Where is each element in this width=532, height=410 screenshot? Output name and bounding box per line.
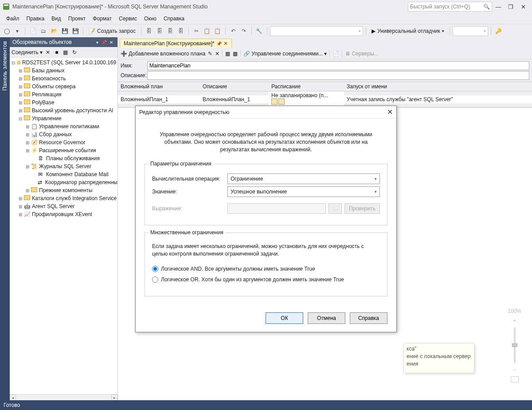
value-select[interactable]: Успешное выполнение▾ — [227, 186, 380, 197]
menu-edit[interactable]: Правка — [23, 14, 48, 23]
document-tab[interactable]: MaintenancePlan [Конструирование]* 📌 ✕ — [120, 39, 232, 48]
scroll-left-icon[interactable]: ◂ — [10, 394, 16, 401]
new-query-button[interactable]: 📝 Создать запрос — [86, 27, 138, 35]
tree-node[interactable]: ⊞PolyBase — [10, 99, 117, 106]
open-button[interactable]: 📂 — [49, 26, 59, 36]
tree-node[interactable]: ⊞🧭Resource Governor — [10, 138, 117, 146]
paste-button[interactable]: 📋 — [213, 26, 223, 36]
dialog-close-icon[interactable]: ✕ — [387, 108, 393, 116]
menu-project[interactable]: Проект — [65, 14, 90, 23]
tree-node[interactable]: ✉Компонент Database Mail — [10, 170, 117, 178]
logical-and-radio[interactable]: Логическое AND. Все аргументы должны име… — [152, 266, 380, 272]
zoom-slider[interactable] — [514, 327, 516, 363]
tb-icon-2[interactable]: 🗄 — [155, 26, 164, 36]
maintenance-icon: 🗓 — [38, 155, 45, 162]
new-item-button[interactable]: 📄 — [28, 26, 38, 36]
server-icon: 🖥 — [16, 59, 21, 66]
undo-button[interactable]: ↶ — [228, 26, 238, 36]
close-button[interactable]: ✕ — [517, 4, 529, 10]
explorer-pin-icon[interactable]: 📌 — [101, 40, 108, 45]
tb-icon-4[interactable]: 🗄 — [176, 26, 186, 36]
explorer-hscroll[interactable]: ◂ ▸ — [10, 394, 117, 400]
subplan-row[interactable]: ВложенныйПлан_1 ВложенныйПлан_1 Не запла… — [118, 91, 532, 107]
nav-fwd-button[interactable]: ▾ — [12, 26, 22, 36]
manage-connections-button[interactable]: 🔗Управление соединениями... ▾ — [243, 51, 327, 57]
tb-icon-3[interactable]: 🗄 — [165, 26, 175, 36]
redo-button[interactable]: ↷ — [239, 26, 249, 36]
test-button: Проверить — [344, 203, 380, 214]
connect-button[interactable]: Соединить ▾ — [12, 49, 43, 55]
pin-icon[interactable]: 📌 — [216, 41, 222, 46]
tree-node[interactable]: ⊞📜Журналы SQL Server — [10, 162, 117, 170]
tree-node[interactable]: ⊞📈Профилировщик XEvent — [10, 210, 117, 218]
toolbox-tab[interactable]: Панель элементов — [0, 37, 10, 400]
report-icon[interactable]: 📄 — [332, 51, 339, 57]
tree-node[interactable]: ⊞🤖Агент SQL Server — [10, 202, 117, 210]
cut-button[interactable]: ✂ — [192, 26, 201, 36]
minimize-button[interactable]: — — [492, 4, 505, 10]
servers-button[interactable]: 🖥Серверы... — [345, 51, 378, 57]
quick-launch-input[interactable]: Быстрый запуск (Ctrl+Q) 🔍 — [408, 2, 492, 12]
subplan-grid-header: Вложенный план Описание Расписание Запус… — [118, 82, 532, 91]
menu-view[interactable]: Вид — [48, 14, 65, 23]
tree-node[interactable]: ⊞⚡Расширенные события — [10, 146, 117, 154]
tree-node[interactable]: ⇄Координатор распределенны — [10, 178, 117, 186]
tree-node[interactable]: ⊞Прежние компоненты — [10, 186, 117, 194]
explorer-dropdown-icon[interactable]: ▾ — [94, 40, 101, 45]
menu-help[interactable]: Справка — [160, 14, 188, 23]
scroll-right-icon[interactable]: ▸ — [111, 394, 117, 401]
tree-node[interactable]: ⊞Объекты сервера — [10, 83, 117, 91]
tree-server-node[interactable]: ⊟🖥RDS2TEST (SQL Server 14.0.1000.169 - A — [10, 59, 117, 67]
tree-node[interactable]: 🗓Планы обслуживания — [10, 154, 117, 162]
debug-target-combo[interactable]: ▾ — [453, 26, 488, 36]
stop-icon[interactable]: ■ — [53, 49, 60, 56]
zoom-out-button[interactable]: − — [513, 367, 516, 373]
debugger-button[interactable]: ▶ Универсальный отладчик ▾ — [369, 27, 447, 35]
explorer-close-icon[interactable]: ✕ — [108, 40, 115, 45]
database-combo[interactable]: ▾ — [270, 26, 363, 36]
tree-node[interactable]: ⊞Базы данных — [10, 67, 117, 75]
restore-button[interactable]: ❐ — [505, 4, 517, 10]
folder-icon — [24, 91, 30, 96]
tb-icon-1[interactable]: 🗄 — [144, 26, 154, 36]
filter-icon[interactable]: ▦ — [62, 49, 69, 56]
grid-icon-2[interactable]: ▦ — [233, 51, 238, 57]
zoom-fit-button[interactable] — [511, 376, 519, 382]
tree-node[interactable]: ⊞Каталоги служб Integration Service — [10, 194, 117, 202]
tree-management-node[interactable]: ⊟Управление — [10, 114, 117, 122]
document-tabs: MaintenancePlan [Конструирование]* 📌 ✕ — [118, 37, 532, 48]
tree-node[interactable]: ⊞Безопасность — [10, 75, 117, 83]
tree-node[interactable]: ⊞📋Управление политиками — [10, 122, 117, 130]
tree-node[interactable]: ⊞Высокий уровень доступности Al — [10, 106, 117, 114]
menu-format[interactable]: Формат — [89, 14, 115, 23]
menu-tools[interactable]: Сервис — [115, 14, 141, 23]
menu-window[interactable]: Окно — [141, 14, 160, 23]
schedule-edit-icon[interactable] — [271, 99, 278, 105]
nav-back-button[interactable]: ◯ — [2, 26, 12, 36]
disconnect-icon[interactable]: ✕ — [44, 49, 51, 56]
ok-button[interactable]: ОК — [266, 312, 303, 324]
eval-operation-select[interactable]: Ограничение▾ — [227, 173, 380, 184]
menu-file[interactable]: Файл — [2, 14, 23, 23]
cancel-button[interactable]: Отмена — [308, 312, 345, 324]
help-button[interactable]: Справка — [350, 312, 387, 324]
tree-node[interactable]: ⊞Репликация — [10, 91, 117, 99]
refresh-icon[interactable]: ↻ — [71, 49, 78, 56]
save-all-button[interactable]: 💾 — [70, 26, 80, 36]
options-button[interactable]: 🔑 — [494, 26, 504, 36]
grid-icon-1[interactable]: ▦ — [225, 51, 230, 57]
schedule-remove-icon[interactable] — [278, 99, 285, 105]
add-subplan-button[interactable]: ➕Добавление вложенного плана — [121, 51, 205, 57]
new-project-button[interactable]: 🗂 — [39, 26, 48, 36]
tree-node[interactable]: ⊞📊Сбор данных — [10, 130, 117, 138]
name-input[interactable] — [147, 61, 529, 70]
properties-button[interactable]: 🔧 — [254, 26, 264, 36]
zoom-in-button[interactable]: + — [513, 318, 516, 324]
tab-close-icon[interactable]: ✕ — [223, 40, 228, 47]
desc-input[interactable] — [147, 71, 529, 80]
delete-subplan-button[interactable]: ✕ — [215, 51, 219, 57]
logical-or-radio[interactable]: Логическое OR. Хотя бы один из аргументо… — [152, 276, 380, 283]
save-button[interactable]: 💾 — [60, 26, 70, 36]
edit-subplan-button[interactable]: ✎ — [208, 51, 212, 57]
copy-button[interactable]: 📋 — [202, 26, 212, 36]
